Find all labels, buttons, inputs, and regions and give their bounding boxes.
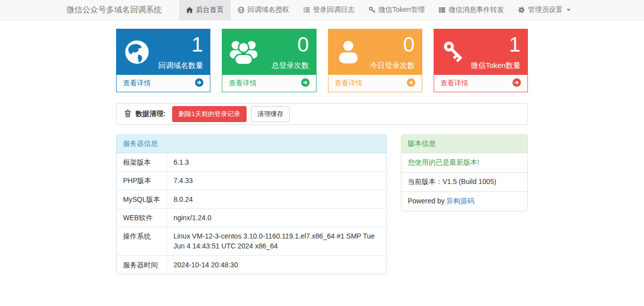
stat-card-wechat-tokens: 1 微信Token数量 查看详情	[434, 29, 528, 92]
row-value: 8.0.24	[167, 190, 386, 208]
table-row: 服务器时间 2024-10-14 20:48:30	[117, 255, 386, 274]
nav-item-callback-domain-auth[interactable]: 回调域名授权	[231, 0, 296, 20]
view-details-label: 查看详情	[441, 79, 468, 88]
stat-value: 0	[403, 33, 414, 56]
view-details-link[interactable]: 查看详情	[328, 75, 422, 92]
nav-item-label: 登录回调日志	[313, 5, 355, 14]
nav-item-label: 微信消息事件转发	[449, 5, 504, 14]
globe-icon	[123, 38, 151, 66]
stat-card-callback-domains: 1 回调域名数量 查看详情	[116, 29, 210, 92]
stat-card-body: 0 今日登录次数	[328, 29, 422, 75]
server-info-panel: 服务器信息 框架版本 6.1.3 PHP版本 7.4.33 MySQL版本 8.…	[116, 134, 387, 274]
view-details-link[interactable]: 查看详情	[434, 75, 527, 92]
table-row: MySQL版本 8.0.24	[117, 190, 386, 208]
trash-icon	[125, 110, 131, 119]
view-details-link[interactable]: 查看详情	[222, 75, 316, 92]
row-value: 2024-10-14 20:48:30	[167, 255, 386, 274]
arrow-circle-right-icon	[513, 78, 521, 88]
row-value: 7.4.33	[167, 172, 386, 190]
navbar: 微信公众号多域名回调系统 后台首页 回调域名授权 登录回调日志 微信Token管…	[0, 0, 644, 20]
arrow-circle-right-icon	[301, 78, 310, 88]
clear-cache-button[interactable]: 清理缓存	[251, 106, 290, 122]
row-label: 框架版本	[117, 153, 167, 172]
stat-label: 今日登录次数	[370, 61, 415, 70]
stat-value: 0	[297, 33, 309, 56]
nav-item-label: 微信Token管理	[379, 5, 425, 14]
latest-version-note: 您使用的已是最新版本!	[401, 153, 527, 172]
powered-by-label: Powered by	[408, 197, 447, 205]
row-value: nginx/1.24.0	[167, 208, 386, 227]
table-row: PHP版本 7.4.33	[117, 172, 386, 190]
nav-menu: 后台首页 回调域名授权 登录回调日志 微信Token管理 微信消息事件转发 管理…	[179, 0, 578, 20]
nav-item-label: 后台首页	[196, 5, 224, 14]
stat-card-today-logins: 0 今日登录次数 查看详情	[328, 29, 422, 92]
row-value: 6.1.3	[167, 153, 386, 172]
server-info-table: 框架版本 6.1.3 PHP版本 7.4.33 MySQL版本 8.0.24 W…	[117, 153, 386, 274]
stat-value: 1	[509, 33, 520, 56]
stat-value: 1	[192, 33, 203, 56]
list-icon	[303, 6, 310, 13]
main-content: 1 回调域名数量 查看详情 0 总登录次数 查看详情	[116, 29, 528, 274]
row-label: 服务器时间	[117, 255, 167, 274]
row-label: 操作系统	[117, 227, 167, 256]
stat-label: 回调域名数量	[158, 61, 203, 70]
caret-down-icon	[567, 9, 571, 11]
table-row: WEB软件 nginx/1.24.0	[117, 208, 386, 227]
view-details-label: 查看详情	[229, 79, 257, 88]
navbar-inner: 微信公众号多域名回调系统 后台首页 回调域名授权 登录回调日志 微信Token管…	[66, 0, 578, 20]
row-label: MySQL版本	[117, 190, 167, 208]
server-info-title: 服务器信息	[117, 135, 386, 153]
row-label: WEB软件	[117, 208, 167, 227]
users-icon	[229, 39, 258, 65]
arrow-circle-right-icon	[195, 78, 203, 88]
stat-card-body: 1 回调域名数量	[117, 29, 210, 75]
nav-item-admin-settings[interactable]: 管理员设置	[511, 0, 578, 20]
nav-item-home[interactable]: 后台首页	[179, 0, 231, 20]
th-list-icon	[439, 6, 446, 13]
nav-item-login-callback-log[interactable]: 登录回调日志	[296, 0, 362, 20]
powered-by-row: Powered by 异构源码	[401, 191, 527, 211]
stat-label: 微信Token数量	[471, 61, 520, 70]
table-row: 操作系统 Linux VM-12-3-centos 3.10.0-1160.11…	[117, 227, 386, 256]
arrow-circle-right-icon	[407, 78, 415, 88]
app-title: 微信公众号多域名回调系统	[66, 0, 162, 20]
nav-item-wechat-token-management[interactable]: 微信Token管理	[362, 0, 432, 20]
data-cleanup-bar: 数据清理: 删除1天前的登录记录 清理缓存	[116, 103, 528, 125]
delete-old-login-records-button[interactable]: 删除1天前的登录记录	[172, 106, 247, 122]
key-icon	[441, 38, 468, 66]
version-info-title: 版本信息	[401, 135, 527, 153]
user-icon	[335, 39, 362, 65]
row-label: PHP版本	[117, 172, 167, 190]
home-icon	[186, 7, 193, 13]
view-details-link[interactable]: 查看详情	[117, 75, 210, 92]
nav-item-label: 回调域名授权	[248, 5, 289, 14]
current-version-row: 当前版本：V1.5 (Build 1005)	[401, 172, 527, 191]
cleanup-label: 数据清理:	[135, 110, 166, 119]
stat-label: 总登录次数	[272, 61, 309, 70]
gear-icon	[518, 6, 525, 13]
globe-icon	[238, 6, 245, 13]
view-details-label: 查看详情	[335, 79, 363, 88]
stat-cards: 1 回调域名数量 查看详情 0 总登录次数 查看详情	[116, 29, 528, 92]
view-details-label: 查看详情	[123, 79, 151, 88]
stat-card-body: 0 总登录次数	[222, 29, 316, 75]
info-panels: 服务器信息 框架版本 6.1.3 PHP版本 7.4.33 MySQL版本 8.…	[116, 134, 528, 274]
stat-card-total-logins: 0 总登录次数 查看详情	[222, 29, 316, 92]
vendor-link[interactable]: 异构源码	[447, 197, 474, 205]
row-value: Linux VM-12-3-centos 3.10.0-1160.119.1.e…	[167, 227, 386, 256]
version-info-panel: 版本信息 您使用的已是最新版本! 当前版本：V1.5 (Build 1005) …	[401, 134, 528, 211]
table-row: 框架版本 6.1.3	[117, 153, 386, 172]
nav-item-wechat-message-forwarding[interactable]: 微信消息事件转发	[432, 0, 511, 20]
key-icon	[369, 6, 376, 13]
nav-item-label: 管理员设置	[528, 5, 563, 14]
stat-card-body: 1 微信Token数量	[434, 29, 527, 75]
